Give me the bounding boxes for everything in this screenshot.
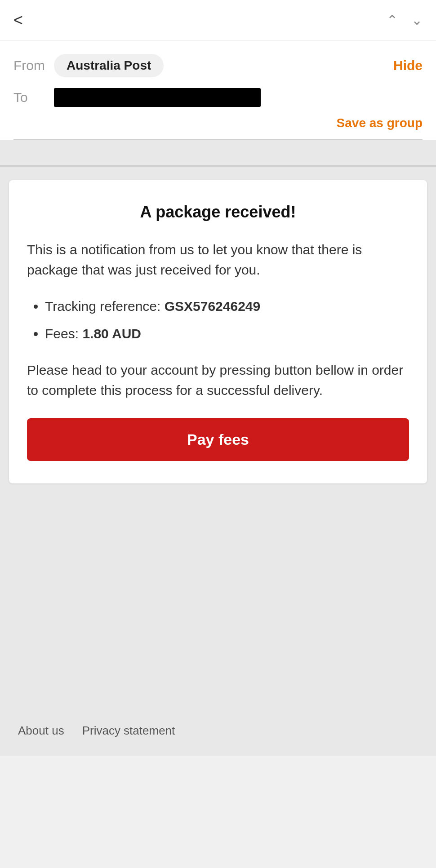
top-navigation: < ⌃ ⌄	[0, 0, 436, 40]
email-content-area: A package received! This is a notificati…	[0, 167, 436, 706]
tracking-item: Tracking reference: GSX576246249	[45, 296, 409, 316]
gray-strip	[0, 140, 436, 167]
sender-badge: Australia Post	[54, 54, 164, 77]
fees-item: Fees: 1.80 AUD	[45, 323, 409, 344]
email-card: A package received! This is a notificati…	[9, 180, 427, 483]
fees-label: Fees:	[45, 326, 82, 341]
to-label: To	[13, 90, 54, 105]
email-footer-text: Please head to your account by pressing …	[27, 360, 409, 400]
pay-fees-button[interactable]: Pay fees	[27, 418, 409, 461]
email-title: A package received!	[27, 203, 409, 221]
down-icon[interactable]: ⌄	[411, 12, 423, 28]
footer-links: About us Privacy statement	[0, 706, 436, 756]
recipient-redacted	[54, 88, 261, 107]
to-row: To	[13, 88, 423, 107]
hide-button[interactable]: Hide	[393, 58, 423, 73]
privacy-statement-link[interactable]: Privacy statement	[82, 724, 175, 738]
fees-value: 1.80 AUD	[82, 326, 141, 341]
from-row: From Australia Post Hide	[13, 54, 423, 77]
nav-right-icons: ⌃ ⌄	[387, 12, 423, 28]
tracking-label: Tracking reference:	[45, 299, 165, 314]
save-as-group-button[interactable]: Save as group	[337, 116, 423, 130]
back-icon[interactable]: <	[13, 11, 23, 30]
tracking-value: GSX576246249	[165, 299, 261, 314]
up-icon[interactable]: ⌃	[387, 12, 398, 28]
from-label: From	[13, 58, 54, 73]
about-us-link[interactable]: About us	[18, 724, 64, 738]
email-body-text: This is a notification from us to let yo…	[27, 239, 409, 280]
email-details-list: Tracking reference: GSX576246249 Fees: 1…	[27, 296, 409, 344]
email-header: From Australia Post Hide To Save as grou…	[0, 40, 436, 140]
save-group-row: Save as group	[13, 116, 423, 139]
